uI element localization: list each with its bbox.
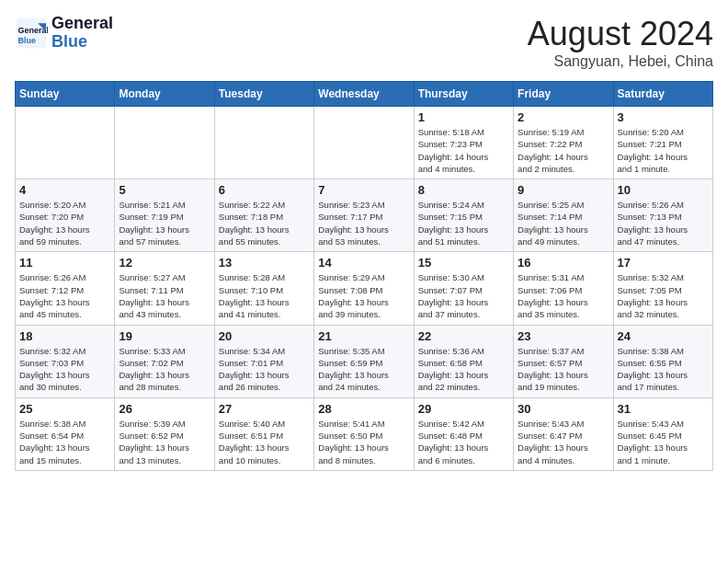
logo-name-line1: General (51, 15, 113, 33)
calendar-cell: 30Sunrise: 5:43 AM Sunset: 6:47 PM Dayli… (514, 397, 613, 470)
day-info: Sunrise: 5:42 AM Sunset: 6:48 PM Dayligh… (418, 418, 509, 466)
day-number: 8 (418, 183, 509, 197)
day-number: 14 (318, 256, 409, 270)
weekday-header-monday: Monday (115, 82, 214, 107)
day-info: Sunrise: 5:24 AM Sunset: 7:15 PM Dayligh… (418, 199, 509, 247)
calendar-cell: 11Sunrise: 5:26 AM Sunset: 7:12 PM Dayli… (16, 252, 115, 325)
calendar-cell: 10Sunrise: 5:26 AM Sunset: 7:13 PM Dayli… (613, 179, 712, 252)
calendar-cell: 15Sunrise: 5:30 AM Sunset: 7:07 PM Dayli… (414, 252, 513, 325)
page-header: General Blue General Blue August 2024 Sa… (15, 15, 713, 70)
day-info: Sunrise: 5:43 AM Sunset: 6:47 PM Dayligh… (518, 418, 609, 466)
day-info: Sunrise: 5:38 AM Sunset: 6:54 PM Dayligh… (19, 418, 110, 466)
day-number: 4 (19, 183, 110, 197)
day-number: 13 (219, 256, 310, 270)
day-number: 1 (418, 110, 509, 124)
svg-text:Blue: Blue (18, 36, 37, 45)
day-number: 17 (618, 256, 709, 270)
calendar-cell: 19Sunrise: 5:33 AM Sunset: 7:02 PM Dayli… (115, 325, 214, 397)
day-number: 2 (518, 110, 609, 124)
calendar-cell: 6Sunrise: 5:22 AM Sunset: 7:18 PM Daylig… (214, 179, 313, 252)
day-number: 24 (618, 329, 709, 343)
weekday-header-friday: Friday (514, 82, 613, 107)
title-block: August 2024 Sangyuan, Hebei, China (528, 15, 713, 70)
day-number: 20 (219, 329, 310, 343)
day-number: 18 (19, 329, 110, 343)
day-info: Sunrise: 5:28 AM Sunset: 7:10 PM Dayligh… (219, 271, 310, 320)
day-info: Sunrise: 5:31 AM Sunset: 7:06 PM Dayligh… (518, 271, 609, 320)
day-number: 15 (418, 256, 509, 270)
calendar-week-2: 4Sunrise: 5:20 AM Sunset: 7:20 PM Daylig… (16, 179, 713, 252)
day-number: 29 (418, 402, 509, 416)
day-info: Sunrise: 5:19 AM Sunset: 7:22 PM Dayligh… (518, 126, 609, 175)
day-info: Sunrise: 5:38 AM Sunset: 6:55 PM Dayligh… (618, 345, 709, 394)
calendar-cell: 23Sunrise: 5:37 AM Sunset: 6:57 PM Dayli… (514, 325, 613, 397)
calendar-cell: 1Sunrise: 5:18 AM Sunset: 7:23 PM Daylig… (414, 107, 513, 179)
logo-icon: General Blue (15, 17, 48, 50)
day-number: 21 (318, 329, 409, 343)
weekday-header-saturday: Saturday (613, 82, 712, 107)
calendar-cell: 31Sunrise: 5:43 AM Sunset: 6:45 PM Dayli… (613, 397, 712, 470)
calendar-cell: 3Sunrise: 5:20 AM Sunset: 7:21 PM Daylig… (613, 107, 712, 179)
calendar-cell: 9Sunrise: 5:25 AM Sunset: 7:14 PM Daylig… (514, 179, 613, 252)
calendar-cell: 26Sunrise: 5:39 AM Sunset: 6:52 PM Dayli… (115, 397, 214, 470)
day-info: Sunrise: 5:33 AM Sunset: 7:02 PM Dayligh… (119, 345, 210, 394)
day-number: 10 (618, 183, 709, 197)
day-number: 25 (19, 402, 110, 416)
day-info: Sunrise: 5:39 AM Sunset: 6:52 PM Dayligh… (119, 418, 210, 466)
calendar-cell (214, 107, 313, 179)
day-info: Sunrise: 5:22 AM Sunset: 7:18 PM Dayligh… (219, 199, 310, 247)
day-info: Sunrise: 5:32 AM Sunset: 7:05 PM Dayligh… (618, 271, 709, 320)
day-info: Sunrise: 5:18 AM Sunset: 7:23 PM Dayligh… (418, 126, 509, 175)
calendar-cell: 2Sunrise: 5:19 AM Sunset: 7:22 PM Daylig… (514, 107, 613, 179)
day-info: Sunrise: 5:23 AM Sunset: 7:17 PM Dayligh… (318, 199, 409, 247)
weekday-header-wednesday: Wednesday (314, 82, 414, 107)
calendar-cell: 24Sunrise: 5:38 AM Sunset: 6:55 PM Dayli… (613, 325, 712, 397)
day-number: 22 (418, 329, 509, 343)
day-number: 3 (618, 110, 709, 124)
day-info: Sunrise: 5:25 AM Sunset: 7:14 PM Dayligh… (518, 199, 609, 247)
day-info: Sunrise: 5:26 AM Sunset: 7:13 PM Dayligh… (618, 199, 709, 247)
weekday-header-row: SundayMondayTuesdayWednesdayThursdayFrid… (16, 82, 713, 107)
day-info: Sunrise: 5:34 AM Sunset: 7:01 PM Dayligh… (219, 345, 310, 394)
calendar-table: SundayMondayTuesdayWednesdayThursdayFrid… (15, 81, 713, 471)
day-info: Sunrise: 5:43 AM Sunset: 6:45 PM Dayligh… (618, 418, 709, 466)
day-number: 27 (219, 402, 310, 416)
calendar-week-1: 1Sunrise: 5:18 AM Sunset: 7:23 PM Daylig… (16, 107, 713, 179)
day-info: Sunrise: 5:26 AM Sunset: 7:12 PM Dayligh… (19, 271, 110, 320)
calendar-cell: 21Sunrise: 5:35 AM Sunset: 6:59 PM Dayli… (314, 325, 414, 397)
calendar-cell: 22Sunrise: 5:36 AM Sunset: 6:58 PM Dayli… (414, 325, 513, 397)
day-number: 9 (518, 183, 609, 197)
logo: General Blue General Blue (15, 15, 113, 52)
calendar-cell: 27Sunrise: 5:40 AM Sunset: 6:51 PM Dayli… (214, 397, 313, 470)
day-info: Sunrise: 5:32 AM Sunset: 7:03 PM Dayligh… (19, 345, 110, 394)
day-info: Sunrise: 5:41 AM Sunset: 6:50 PM Dayligh… (318, 418, 409, 466)
calendar-cell: 8Sunrise: 5:24 AM Sunset: 7:15 PM Daylig… (414, 179, 513, 252)
calendar-cell: 14Sunrise: 5:29 AM Sunset: 7:08 PM Dayli… (314, 252, 414, 325)
weekday-header-tuesday: Tuesday (214, 82, 313, 107)
day-number: 6 (219, 183, 310, 197)
day-number: 30 (518, 402, 609, 416)
day-info: Sunrise: 5:20 AM Sunset: 7:21 PM Dayligh… (618, 126, 709, 175)
calendar-cell: 28Sunrise: 5:41 AM Sunset: 6:50 PM Dayli… (314, 397, 414, 470)
day-info: Sunrise: 5:30 AM Sunset: 7:07 PM Dayligh… (418, 271, 509, 320)
weekday-header-thursday: Thursday (414, 82, 513, 107)
weekday-header-sunday: Sunday (16, 82, 115, 107)
calendar-week-4: 18Sunrise: 5:32 AM Sunset: 7:03 PM Dayli… (16, 325, 713, 397)
calendar-week-3: 11Sunrise: 5:26 AM Sunset: 7:12 PM Dayli… (16, 252, 713, 325)
day-info: Sunrise: 5:21 AM Sunset: 7:19 PM Dayligh… (119, 199, 210, 247)
day-info: Sunrise: 5:20 AM Sunset: 7:20 PM Dayligh… (19, 199, 110, 247)
day-number: 11 (19, 256, 110, 270)
calendar-cell: 12Sunrise: 5:27 AM Sunset: 7:11 PM Dayli… (115, 252, 214, 325)
day-number: 5 (119, 183, 210, 197)
day-info: Sunrise: 5:35 AM Sunset: 6:59 PM Dayligh… (318, 345, 409, 394)
calendar-cell: 13Sunrise: 5:28 AM Sunset: 7:10 PM Dayli… (214, 252, 313, 325)
day-number: 26 (119, 402, 210, 416)
calendar-cell: 25Sunrise: 5:38 AM Sunset: 6:54 PM Dayli… (16, 397, 115, 470)
day-number: 16 (518, 256, 609, 270)
day-number: 23 (518, 329, 609, 343)
logo-name-line2: Blue (51, 33, 113, 52)
calendar-cell: 17Sunrise: 5:32 AM Sunset: 7:05 PM Dayli… (613, 252, 712, 325)
day-number: 19 (119, 329, 210, 343)
calendar-cell (115, 107, 214, 179)
day-info: Sunrise: 5:36 AM Sunset: 6:58 PM Dayligh… (418, 345, 509, 394)
